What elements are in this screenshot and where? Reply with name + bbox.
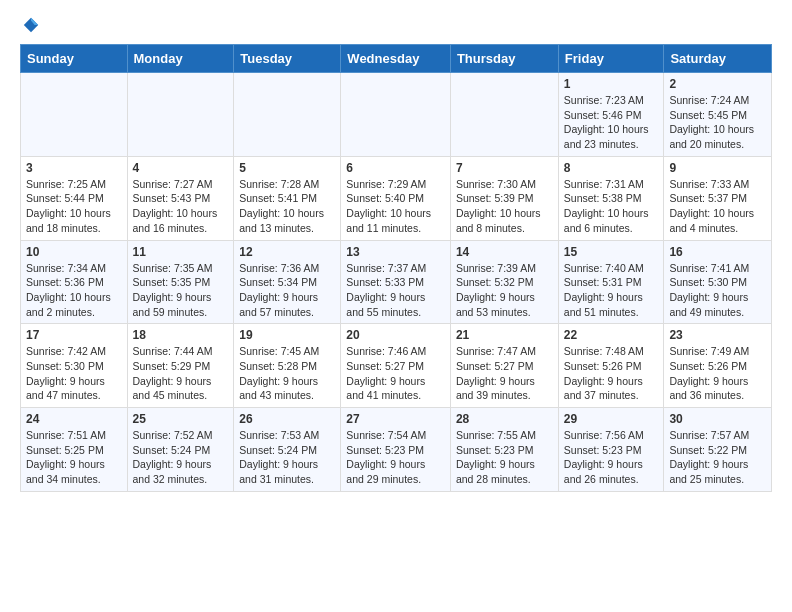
day-info: Sunrise: 7:39 AM Sunset: 5:32 PM Dayligh… — [456, 261, 553, 320]
calendar-cell: 11Sunrise: 7:35 AM Sunset: 5:35 PM Dayli… — [127, 240, 234, 324]
calendar-week-row: 10Sunrise: 7:34 AM Sunset: 5:36 PM Dayli… — [21, 240, 772, 324]
calendar-cell — [234, 73, 341, 157]
weekday-header: Friday — [558, 45, 664, 73]
calendar-cell — [127, 73, 234, 157]
day-info: Sunrise: 7:35 AM Sunset: 5:35 PM Dayligh… — [133, 261, 229, 320]
day-number: 25 — [133, 412, 229, 426]
calendar-cell: 5Sunrise: 7:28 AM Sunset: 5:41 PM Daylig… — [234, 156, 341, 240]
calendar-cell: 26Sunrise: 7:53 AM Sunset: 5:24 PM Dayli… — [234, 408, 341, 492]
day-info: Sunrise: 7:56 AM Sunset: 5:23 PM Dayligh… — [564, 428, 659, 487]
calendar-cell: 30Sunrise: 7:57 AM Sunset: 5:22 PM Dayli… — [664, 408, 772, 492]
day-number: 28 — [456, 412, 553, 426]
day-info: Sunrise: 7:34 AM Sunset: 5:36 PM Dayligh… — [26, 261, 122, 320]
day-info: Sunrise: 7:37 AM Sunset: 5:33 PM Dayligh… — [346, 261, 445, 320]
day-number: 7 — [456, 161, 553, 175]
day-number: 2 — [669, 77, 766, 91]
calendar-cell: 13Sunrise: 7:37 AM Sunset: 5:33 PM Dayli… — [341, 240, 451, 324]
calendar-cell: 2Sunrise: 7:24 AM Sunset: 5:45 PM Daylig… — [664, 73, 772, 157]
calendar-cell: 15Sunrise: 7:40 AM Sunset: 5:31 PM Dayli… — [558, 240, 664, 324]
calendar-cell: 23Sunrise: 7:49 AM Sunset: 5:26 PM Dayli… — [664, 324, 772, 408]
day-info: Sunrise: 7:47 AM Sunset: 5:27 PM Dayligh… — [456, 344, 553, 403]
day-info: Sunrise: 7:54 AM Sunset: 5:23 PM Dayligh… — [346, 428, 445, 487]
calendar-cell: 12Sunrise: 7:36 AM Sunset: 5:34 PM Dayli… — [234, 240, 341, 324]
logo-icon — [22, 16, 40, 34]
calendar-cell — [21, 73, 128, 157]
day-number: 11 — [133, 245, 229, 259]
calendar-cell: 27Sunrise: 7:54 AM Sunset: 5:23 PM Dayli… — [341, 408, 451, 492]
day-number: 24 — [26, 412, 122, 426]
day-info: Sunrise: 7:30 AM Sunset: 5:39 PM Dayligh… — [456, 177, 553, 236]
day-info: Sunrise: 7:49 AM Sunset: 5:26 PM Dayligh… — [669, 344, 766, 403]
calendar-cell: 1Sunrise: 7:23 AM Sunset: 5:46 PM Daylig… — [558, 73, 664, 157]
day-info: Sunrise: 7:53 AM Sunset: 5:24 PM Dayligh… — [239, 428, 335, 487]
day-number: 16 — [669, 245, 766, 259]
day-info: Sunrise: 7:40 AM Sunset: 5:31 PM Dayligh… — [564, 261, 659, 320]
calendar-cell: 17Sunrise: 7:42 AM Sunset: 5:30 PM Dayli… — [21, 324, 128, 408]
day-info: Sunrise: 7:48 AM Sunset: 5:26 PM Dayligh… — [564, 344, 659, 403]
day-info: Sunrise: 7:45 AM Sunset: 5:28 PM Dayligh… — [239, 344, 335, 403]
logo-area — [20, 16, 40, 34]
weekday-header: Sunday — [21, 45, 128, 73]
calendar: SundayMondayTuesdayWednesdayThursdayFrid… — [20, 44, 772, 492]
day-info: Sunrise: 7:36 AM Sunset: 5:34 PM Dayligh… — [239, 261, 335, 320]
day-info: Sunrise: 7:28 AM Sunset: 5:41 PM Dayligh… — [239, 177, 335, 236]
day-number: 21 — [456, 328, 553, 342]
calendar-cell: 21Sunrise: 7:47 AM Sunset: 5:27 PM Dayli… — [450, 324, 558, 408]
day-number: 12 — [239, 245, 335, 259]
day-info: Sunrise: 7:55 AM Sunset: 5:23 PM Dayligh… — [456, 428, 553, 487]
day-info: Sunrise: 7:52 AM Sunset: 5:24 PM Dayligh… — [133, 428, 229, 487]
day-number: 10 — [26, 245, 122, 259]
day-number: 15 — [564, 245, 659, 259]
calendar-cell: 3Sunrise: 7:25 AM Sunset: 5:44 PM Daylig… — [21, 156, 128, 240]
calendar-week-row: 3Sunrise: 7:25 AM Sunset: 5:44 PM Daylig… — [21, 156, 772, 240]
day-number: 13 — [346, 245, 445, 259]
weekday-header: Tuesday — [234, 45, 341, 73]
calendar-cell: 28Sunrise: 7:55 AM Sunset: 5:23 PM Dayli… — [450, 408, 558, 492]
calendar-cell — [450, 73, 558, 157]
day-info: Sunrise: 7:51 AM Sunset: 5:25 PM Dayligh… — [26, 428, 122, 487]
day-number: 20 — [346, 328, 445, 342]
day-number: 3 — [26, 161, 122, 175]
calendar-cell: 7Sunrise: 7:30 AM Sunset: 5:39 PM Daylig… — [450, 156, 558, 240]
day-number: 6 — [346, 161, 445, 175]
calendar-week-row: 17Sunrise: 7:42 AM Sunset: 5:30 PM Dayli… — [21, 324, 772, 408]
header — [20, 16, 772, 34]
calendar-cell: 16Sunrise: 7:41 AM Sunset: 5:30 PM Dayli… — [664, 240, 772, 324]
day-info: Sunrise: 7:31 AM Sunset: 5:38 PM Dayligh… — [564, 177, 659, 236]
day-info: Sunrise: 7:33 AM Sunset: 5:37 PM Dayligh… — [669, 177, 766, 236]
day-number: 23 — [669, 328, 766, 342]
logo — [20, 16, 40, 34]
calendar-cell: 22Sunrise: 7:48 AM Sunset: 5:26 PM Dayli… — [558, 324, 664, 408]
day-number: 30 — [669, 412, 766, 426]
day-info: Sunrise: 7:46 AM Sunset: 5:27 PM Dayligh… — [346, 344, 445, 403]
day-number: 18 — [133, 328, 229, 342]
weekday-header: Wednesday — [341, 45, 451, 73]
day-number: 9 — [669, 161, 766, 175]
weekday-header: Thursday — [450, 45, 558, 73]
day-info: Sunrise: 7:44 AM Sunset: 5:29 PM Dayligh… — [133, 344, 229, 403]
page: SundayMondayTuesdayWednesdayThursdayFrid… — [0, 0, 792, 508]
calendar-week-row: 24Sunrise: 7:51 AM Sunset: 5:25 PM Dayli… — [21, 408, 772, 492]
day-number: 17 — [26, 328, 122, 342]
calendar-cell — [341, 73, 451, 157]
calendar-cell: 20Sunrise: 7:46 AM Sunset: 5:27 PM Dayli… — [341, 324, 451, 408]
day-number: 19 — [239, 328, 335, 342]
day-info: Sunrise: 7:24 AM Sunset: 5:45 PM Dayligh… — [669, 93, 766, 152]
calendar-cell: 24Sunrise: 7:51 AM Sunset: 5:25 PM Dayli… — [21, 408, 128, 492]
day-number: 22 — [564, 328, 659, 342]
day-number: 26 — [239, 412, 335, 426]
calendar-cell: 18Sunrise: 7:44 AM Sunset: 5:29 PM Dayli… — [127, 324, 234, 408]
calendar-cell: 19Sunrise: 7:45 AM Sunset: 5:28 PM Dayli… — [234, 324, 341, 408]
day-info: Sunrise: 7:25 AM Sunset: 5:44 PM Dayligh… — [26, 177, 122, 236]
day-info: Sunrise: 7:42 AM Sunset: 5:30 PM Dayligh… — [26, 344, 122, 403]
day-number: 4 — [133, 161, 229, 175]
calendar-cell: 9Sunrise: 7:33 AM Sunset: 5:37 PM Daylig… — [664, 156, 772, 240]
day-number: 1 — [564, 77, 659, 91]
calendar-cell: 4Sunrise: 7:27 AM Sunset: 5:43 PM Daylig… — [127, 156, 234, 240]
day-number: 14 — [456, 245, 553, 259]
calendar-cell: 8Sunrise: 7:31 AM Sunset: 5:38 PM Daylig… — [558, 156, 664, 240]
day-number: 29 — [564, 412, 659, 426]
day-number: 27 — [346, 412, 445, 426]
calendar-cell: 25Sunrise: 7:52 AM Sunset: 5:24 PM Dayli… — [127, 408, 234, 492]
calendar-cell: 14Sunrise: 7:39 AM Sunset: 5:32 PM Dayli… — [450, 240, 558, 324]
